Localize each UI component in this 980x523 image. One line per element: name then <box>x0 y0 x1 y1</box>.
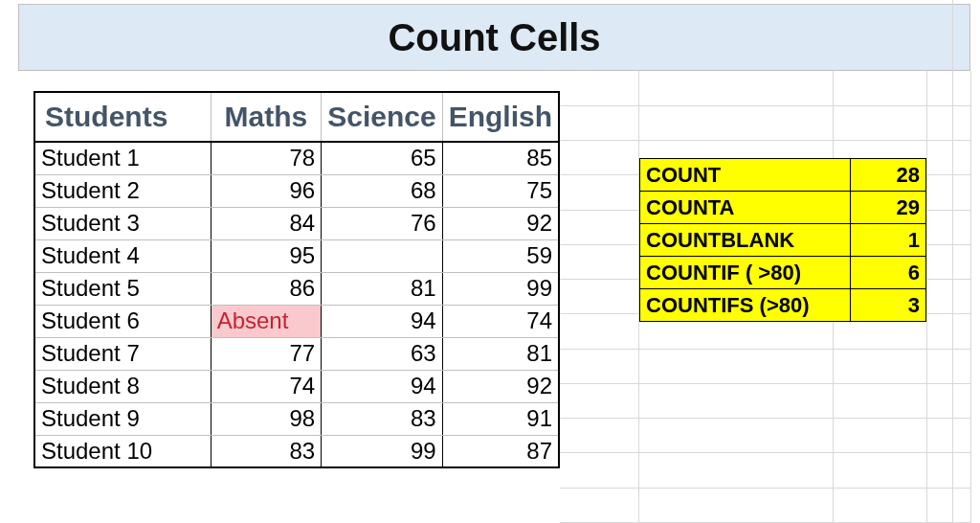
col-science[interactable]: Science <box>322 92 442 142</box>
formula-label[interactable]: COUNT <box>640 159 851 192</box>
formula-label[interactable]: COUNTIF ( >80) <box>640 257 851 289</box>
cell-science[interactable]: 76 <box>322 207 442 239</box>
table-row[interactable]: Student 9988391 <box>34 402 559 435</box>
cell-maths[interactable]: 96 <box>211 174 322 207</box>
formula-label[interactable]: COUNTIFS (>80) <box>640 289 851 322</box>
table-row[interactable]: Student 7776381 <box>34 337 559 370</box>
cell-english[interactable]: 59 <box>442 239 559 272</box>
students-table[interactable]: Students Maths Science English Student 1… <box>33 91 560 468</box>
cell-student[interactable]: Student 9 <box>34 402 211 435</box>
cell-english[interactable]: 74 <box>442 305 559 337</box>
cell-maths[interactable]: 84 <box>211 207 322 239</box>
table-row[interactable]: Student 1786585 <box>34 142 559 174</box>
cell-english[interactable]: 92 <box>442 207 559 239</box>
col-maths[interactable]: Maths <box>211 92 322 142</box>
cell-science[interactable]: 94 <box>322 370 442 402</box>
formula-row[interactable]: COUNTIFS (>80)3 <box>640 289 926 322</box>
table-row[interactable]: Student 6Absent9474 <box>34 305 559 337</box>
cell-student[interactable]: Student 3 <box>34 207 211 239</box>
cell-english[interactable]: 91 <box>442 402 559 435</box>
cell-science[interactable]: 99 <box>322 435 442 467</box>
cell-science[interactable]: 83 <box>322 402 442 435</box>
cell-science[interactable]: 65 <box>322 142 442 174</box>
formula-value[interactable]: 28 <box>851 159 926 192</box>
grid-edge <box>952 0 975 523</box>
col-students[interactable]: Students <box>34 92 211 142</box>
cell-maths[interactable]: 86 <box>211 272 322 305</box>
formula-value[interactable]: 3 <box>851 289 926 322</box>
table-row[interactable]: Student 10839987 <box>34 435 559 467</box>
formula-summary-table[interactable]: COUNT28COUNTA29COUNTBLANK1COUNTIF ( >80)… <box>639 158 926 322</box>
students-table-container: Students Maths Science English Student 1… <box>33 91 560 468</box>
formula-row[interactable]: COUNTBLANK1 <box>640 224 926 257</box>
formula-row[interactable]: COUNT28 <box>640 159 926 192</box>
formula-value[interactable]: 6 <box>851 257 926 289</box>
cell-student[interactable]: Student 1 <box>34 142 211 174</box>
cell-maths[interactable]: 98 <box>211 402 322 435</box>
cell-science[interactable] <box>322 239 442 272</box>
cell-student[interactable]: Student 10 <box>34 435 211 467</box>
cell-science[interactable]: 63 <box>322 337 442 370</box>
table-row[interactable]: Student 2966875 <box>34 174 559 207</box>
cell-student[interactable]: Student 2 <box>34 174 211 207</box>
cell-student[interactable]: Student 5 <box>34 272 211 305</box>
formula-value[interactable]: 29 <box>851 192 926 224</box>
cell-student[interactable]: Student 8 <box>34 370 211 402</box>
cell-english[interactable]: 99 <box>442 272 559 305</box>
cell-english[interactable]: 81 <box>442 337 559 370</box>
cell-english[interactable]: 87 <box>442 435 559 467</box>
cell-maths[interactable]: 77 <box>211 337 322 370</box>
cell-science[interactable]: 94 <box>322 305 442 337</box>
formula-label[interactable]: COUNTA <box>640 192 851 224</box>
cell-english[interactable]: 75 <box>442 174 559 207</box>
cell-student[interactable]: Student 6 <box>34 305 211 337</box>
cell-english[interactable]: 85 <box>442 142 559 174</box>
cell-maths[interactable]: 78 <box>211 142 322 174</box>
cell-student[interactable]: Student 7 <box>34 337 211 370</box>
cell-maths-absent[interactable]: Absent <box>211 305 322 337</box>
cell-maths[interactable]: 74 <box>211 370 322 402</box>
formula-row[interactable]: COUNTA29 <box>640 192 926 224</box>
cell-science[interactable]: 81 <box>322 272 442 305</box>
cell-maths[interactable]: 83 <box>211 435 322 467</box>
table-row[interactable]: Student 5868199 <box>34 272 559 305</box>
table-header-row: Students Maths Science English <box>34 92 559 142</box>
title-text: Count Cells <box>388 16 600 59</box>
formula-summary-container: COUNT28COUNTA29COUNTBLANK1COUNTIF ( >80)… <box>639 158 926 322</box>
cell-maths[interactable]: 95 <box>211 239 322 272</box>
col-english[interactable]: English <box>442 92 559 142</box>
table-row[interactable]: Student 8749492 <box>34 370 559 402</box>
table-row[interactable]: Student 49559 <box>34 239 559 272</box>
cell-student[interactable]: Student 4 <box>34 239 211 272</box>
page-title: Count Cells <box>18 4 970 71</box>
table-row[interactable]: Student 3847692 <box>34 207 559 239</box>
formula-row[interactable]: COUNTIF ( >80)6 <box>640 257 926 289</box>
cell-science[interactable]: 68 <box>322 174 442 207</box>
formula-value[interactable]: 1 <box>851 224 926 257</box>
cell-english[interactable]: 92 <box>442 370 559 402</box>
spreadsheet-area: Count Cells Students <box>5 0 975 523</box>
formula-label[interactable]: COUNTBLANK <box>640 224 851 257</box>
